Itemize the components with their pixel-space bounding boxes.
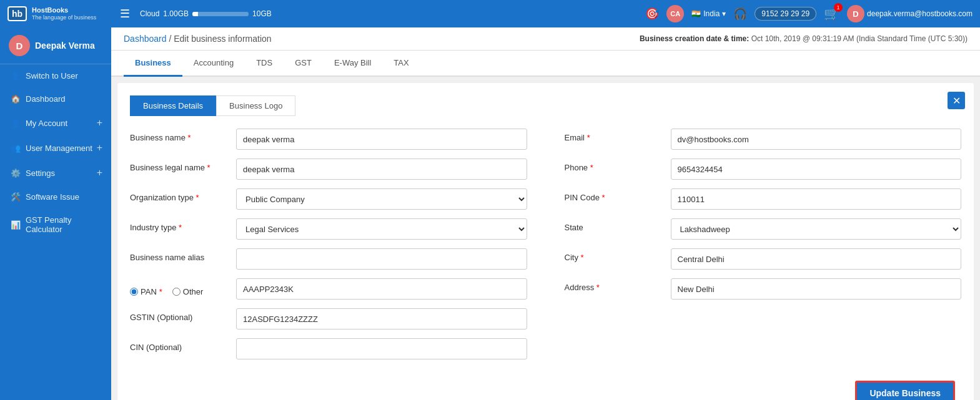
pan-radio[interactable]: [130, 288, 138, 296]
pan-row: PAN * Other: [130, 278, 527, 300]
pan-radio-label[interactable]: PAN *: [130, 287, 162, 296]
cin-label: CIN (Optional): [130, 338, 230, 352]
main-layout: D Deepak Verma 👤 Switch to User 🏠 Dashbo…: [0, 27, 980, 400]
gstin-row: GSTIN (Optional): [130, 308, 527, 329]
business-legal-name-label: Business legal name *: [130, 159, 230, 172]
hamburger-icon[interactable]: ☰: [120, 7, 130, 21]
logo-text: HostBooks The language of business: [32, 6, 96, 21]
business-date: Business creation date & time: Oct 10th,…: [640, 34, 968, 43]
sub-tabs: Business Details Business Logo: [130, 95, 961, 116]
tab-eway-bill[interactable]: E-Way Bill: [323, 51, 382, 77]
pin-label: PIN Code *: [565, 188, 665, 202]
form-area: Business Details Business Logo ✕ Busines…: [117, 83, 974, 400]
pan-radio-row: PAN * Other: [130, 283, 230, 296]
cin-input[interactable]: [236, 338, 527, 359]
pan-input[interactable]: [236, 278, 527, 300]
avatar: D: [9, 35, 30, 56]
tab-accounting[interactable]: Accounting: [182, 51, 245, 77]
sidebar-item-gst-penalty[interactable]: 📊 GST Penalty Calculator: [0, 208, 111, 241]
business-legal-name-input[interactable]: [236, 159, 527, 180]
country-selector[interactable]: 🇮🇳 India ▾: [691, 9, 726, 18]
city-row: City *: [565, 248, 962, 270]
sidebar-item-settings[interactable]: ⚙️ Settings +: [0, 160, 111, 185]
address-row: Address *: [565, 278, 962, 300]
tab-tax[interactable]: TAX: [382, 51, 420, 77]
email-row: Email *: [565, 129, 962, 150]
form-grid: Business name * Business legal name *: [130, 129, 961, 368]
cart-icon[interactable]: 🛒 1: [824, 6, 839, 21]
tab-gst[interactable]: GST: [284, 51, 323, 77]
plus-icon: +: [97, 142, 102, 154]
sidebar-item-user-management[interactable]: 👥 User Management +: [0, 135, 111, 160]
cart-badge: 1: [834, 3, 843, 12]
tab-business[interactable]: Business: [124, 51, 182, 77]
address-input[interactable]: [671, 278, 962, 300]
breadcrumb-bar: Dashboard / Edit business information Bu…: [111, 27, 980, 51]
close-button[interactable]: ✕: [948, 92, 965, 109]
headset-icon[interactable]: 🎧: [733, 7, 747, 21]
phone-input[interactable]: [671, 159, 962, 180]
update-btn-area: Update Business: [130, 381, 961, 400]
sidebar: D Deepak Verma 👤 Switch to User 🏠 Dashbo…: [0, 27, 111, 400]
email-input[interactable]: [671, 129, 962, 150]
city-label: City *: [565, 248, 665, 262]
sub-tab-business-details[interactable]: Business Details: [130, 95, 216, 116]
state-select[interactable]: Lakshadweep Delhi Maharashtra Karnataka …: [671, 218, 962, 240]
phone-button[interactable]: 9152 29 29 29: [755, 7, 816, 21]
cloud-info: Cloud 1.00GB 10GB: [140, 9, 272, 18]
business-legal-name-row: Business legal name *: [130, 159, 527, 180]
sidebar-user: D Deepak Verma: [0, 27, 111, 64]
phone-label: Phone *: [565, 159, 665, 172]
business-name-input[interactable]: [236, 129, 527, 150]
tab-tds[interactable]: TDS: [245, 51, 284, 77]
business-name-row: Business name *: [130, 129, 527, 150]
form-right-column: Email * Phone *: [565, 129, 962, 368]
breadcrumb: Dashboard / Edit business information: [124, 34, 272, 44]
biz-alias-input[interactable]: [236, 248, 527, 270]
header-icons: 🎯 CA 🇮🇳 India ▾ 🎧 9152 29 29 29 🛒 1 D de…: [645, 5, 973, 22]
notification-icon[interactable]: 🎯: [645, 7, 659, 21]
org-type-select[interactable]: Public Company Private Company Partnersh…: [236, 188, 527, 210]
sidebar-item-my-account[interactable]: 👤 My Account +: [0, 110, 111, 135]
breadcrumb-dashboard-link[interactable]: Dashboard: [124, 34, 167, 44]
org-type-label: Organization type *: [130, 188, 230, 202]
form-left-column: Business name * Business legal name *: [130, 129, 527, 368]
ca-icon[interactable]: CA: [666, 5, 684, 22]
gstin-label: GSTIN (Optional): [130, 308, 230, 322]
industry-type-select[interactable]: Legal Services Accounting IT Services Ma…: [236, 218, 527, 240]
address-label: Address *: [565, 278, 665, 292]
state-label: State: [565, 218, 665, 232]
tabs-bar: Business Accounting TDS GST E-Way Bill T…: [111, 51, 980, 77]
plus-icon: +: [97, 167, 102, 178]
sidebar-item-dashboard[interactable]: 🏠 Dashboard: [0, 87, 111, 110]
main-content: Dashboard / Edit business information Bu…: [111, 27, 980, 400]
industry-type-label: Industry type *: [130, 218, 230, 232]
cloud-progress-fill: [192, 12, 198, 16]
sub-tab-business-logo[interactable]: Business Logo: [216, 95, 295, 116]
logo-box: hb: [7, 6, 27, 21]
logo-area: hb HostBooks The language of business: [7, 6, 114, 21]
state-row: State Lakshadweep Delhi Maharashtra Karn…: [565, 218, 962, 240]
other-radio[interactable]: [172, 288, 181, 296]
sidebar-item-switch-to-user[interactable]: 👤 Switch to User: [0, 64, 111, 87]
other-radio-label[interactable]: Other: [172, 287, 204, 296]
biz-alias-row: Business name alias: [130, 248, 527, 270]
update-business-button[interactable]: Update Business: [855, 381, 955, 400]
city-input[interactable]: [671, 248, 962, 270]
avatar: D: [847, 5, 864, 22]
pin-input[interactable]: [671, 188, 962, 210]
business-name-label: Business name *: [130, 129, 230, 142]
biz-alias-label: Business name alias: [130, 248, 230, 262]
gstin-input[interactable]: [236, 308, 527, 329]
cin-row: CIN (Optional): [130, 338, 527, 359]
cloud-progress-bg: [192, 12, 249, 16]
sidebar-item-software-issue[interactable]: 🛠️ Software Issue: [0, 185, 111, 208]
pin-row: PIN Code *: [565, 188, 962, 210]
top-header: hb HostBooks The language of business ☰ …: [0, 0, 980, 27]
industry-type-row: Industry type * Legal Services Accountin…: [130, 218, 527, 240]
phone-row: Phone *: [565, 159, 962, 180]
email-label: Email *: [565, 129, 665, 142]
user-email[interactable]: D deepak.verma@hostbooks.com: [847, 5, 973, 22]
plus-icon: +: [97, 117, 102, 129]
org-type-row: Organization type * Public Company Priva…: [130, 188, 527, 210]
